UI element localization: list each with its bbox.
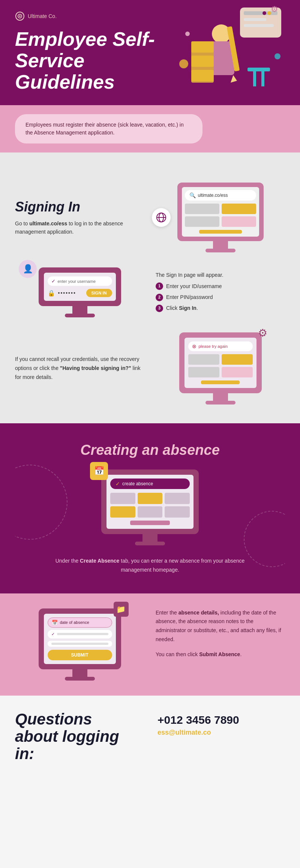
signin-url-row: Signing In Go to ultimate.co/ess to log … [15,183,285,252]
signin-description: Go to ultimate.co/ess to log in to the a… [15,219,144,236]
step-1-text: Enter your ID/username [166,282,222,291]
svg-rect-5 [244,18,266,21]
svg-rect-18 [261,71,264,86]
header-illustration: ⚙ [172,4,292,101]
signin-title-desc: Signing In Go to ultimate.co/ess to log … [15,199,144,236]
signin-link[interactable]: ultimate.co/ess [29,220,67,226]
error-bottom-bar [201,380,240,384]
error-monitor: ⊗ please try again [179,332,262,393]
step-2: 2 Enter PIN/password [156,293,285,302]
screen-block-1 [185,204,219,214]
svg-rect-6 [244,24,274,27]
error-block-3 [188,367,219,377]
create-monitor-wrap: 📅 ✓ create absence [15,469,285,545]
absence-check-row: ✓ [48,630,112,639]
trouble-section: If you cannot recall your credentials, u… [15,332,285,405]
screen-block-4 [222,216,256,227]
svg-point-22 [274,53,280,59]
trouble-link[interactable]: "Having trouble signing in?" [60,365,131,371]
username-placeholder: enter your username [58,279,96,284]
footer-right: +012 3456 7890 ess@ultimate.co [158,711,285,737]
svg-point-7 [262,11,266,15]
error-icon: ⊗ [192,343,196,349]
creating-inner: Creating an absence 📅 ✓ create absence [15,442,285,575]
absence-base [65,677,95,681]
svg-rect-15 [191,70,214,81]
signin-button[interactable]: SIGN IN [86,289,112,297]
step-3-text: Click Sign In. [166,303,198,313]
error-bar: ⊗ please try again [188,341,253,351]
banner-bubble: Employees must register their absence (s… [15,114,202,143]
absence-monitor-col: 📁 📅 date of absence ✓ [15,608,144,681]
create-screen: ✓ create absence [106,475,194,529]
create-blocks [110,493,190,518]
avatar-icon: 👤 [19,260,37,278]
submit-button[interactable]: SUBMIT [48,650,112,660]
screen-blocks [185,204,256,227]
creating-section: Creating an absence 📅 ✓ create absence [0,423,300,593]
svg-rect-17 [253,71,256,86]
create-block-5 [138,506,163,518]
screen-block-3 [185,216,219,227]
error-monitor-wrap-inner: ⊗ please try again [179,332,262,405]
form-monitor-stand [72,306,87,314]
svg-rect-14 [191,56,214,67]
absence-text-field [51,643,108,645]
url-text: ultimate.co/ess [198,193,228,198]
footer-title-line2: about logging in: [15,728,142,762]
error-screen-blocks [188,354,253,377]
error-monitor-container: ⚙ ⊗ please try again [179,332,262,405]
create-monitor-inner: ✓ create absence [101,469,199,545]
monitor-base [206,249,236,252]
error-block-2 [222,354,253,365]
create-block-1 [110,493,135,504]
username-input-row: ✓ enter your username [48,276,112,286]
svg-marker-20 [231,75,237,83]
check-icon: ✓ [51,278,56,284]
date-icon: 📅 [52,620,58,625]
signin-form-monitor: ✓ enter your username 🔒 ••••••• SIGN IN [39,267,121,306]
calendar-icon: 📅 [90,462,108,480]
step-1: 1 Enter your ID/username [156,282,285,291]
monitor-body: 🔍 ultimate.co/ess [177,183,264,241]
header-svg-illustration: ⚙ [172,4,285,94]
create-btn-label[interactable]: create absence [122,481,153,486]
absence-text-col: Enter the absence details, including the… [156,608,285,659]
creating-title: Creating an absence [15,442,285,458]
error-monitor-wrap: ⚙ ⊗ please try again [156,332,285,405]
create-block-2 [138,493,163,504]
svg-rect-16 [248,68,270,71]
absence-inner: 📁 📅 date of absence ✓ [15,608,285,681]
create-description: Under the Create Absence tab, you can en… [52,557,248,575]
signing-in-title: Signing In [15,199,144,215]
signin-form-monitor-wrap: ✓ enter your username 🔒 ••••••• SIGN IN [39,267,121,317]
svg-point-21 [179,59,188,68]
error-stand [213,393,228,401]
signin-form-row: 👤 ✓ enter your username 🔒 ••••••• SIGN I… [15,267,285,317]
create-monitor-container: 📅 ✓ create absence [101,469,199,545]
globe-icon-wrap [152,208,171,227]
create-block-3 [165,493,190,504]
footer-section: Questions about logging in: +012 3456 78… [0,696,300,778]
signing-in-section: Signing In Go to ultimate.co/ess to log … [0,152,300,423]
form-monitor-wrap: 👤 ✓ enter your username 🔒 ••••••• SIGN I… [15,267,144,317]
error-message: please try again [199,344,228,349]
step-2-number: 2 [156,294,163,301]
logo-icon [15,11,25,21]
monitor-screen: 🔍 ultimate.co/ess [182,187,259,237]
absence-detail-para1: Enter the absence details, including the… [156,608,285,644]
signin-steps-list: 1 Enter your ID/username 2 Enter PIN/pas… [156,282,285,313]
footer-title-line1: Questions [15,711,142,728]
url-monitor: 🔍 ultimate.co/ess [177,183,264,252]
form-monitor-base [65,314,95,317]
screen-bottom-bar [199,230,242,234]
create-monitor: ✓ create absence [101,469,199,534]
svg-point-2 [19,15,21,17]
url-bar: 🔍 ultimate.co/ess [185,190,256,201]
absence-monitor: 📅 date of absence ✓ SUBMIT [39,608,121,669]
password-dots: ••••••• [58,290,83,296]
trouble-text-wrap: If you cannot recall your credentials, u… [15,355,144,382]
gear-icon: ⚙ [258,327,267,339]
footer-email[interactable]: ess@ultimate.co [158,729,285,737]
error-block-1 [188,354,219,365]
